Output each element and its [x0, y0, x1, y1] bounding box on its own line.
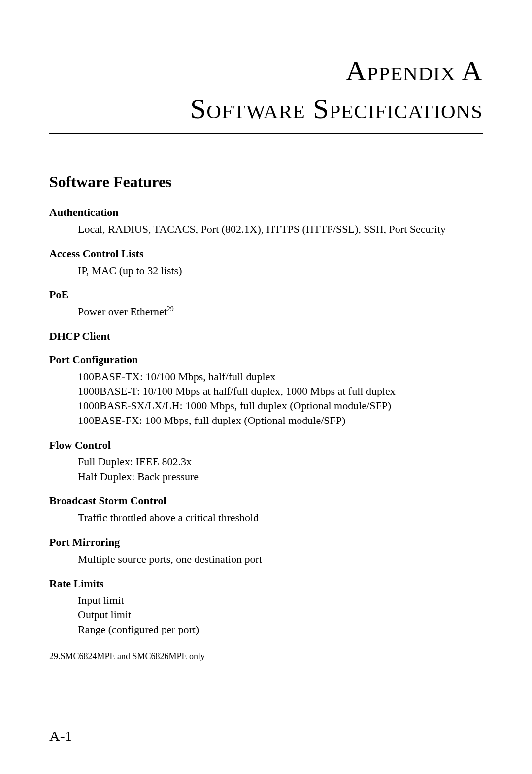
feature-heading: Access Control Lists	[49, 247, 483, 260]
footnote-ref: 29	[167, 305, 174, 313]
appendix-label: Appendix A	[49, 54, 483, 87]
feature-heading: Rate Limits	[49, 577, 483, 590]
footnote-text-content: SMC6824MPE and SMC6826MPE only	[61, 651, 205, 661]
feature-body: Power over Ethernet29	[78, 304, 483, 319]
feature-body: Traffic throttled above a critical thres…	[78, 510, 483, 525]
feature-broadcast: Broadcast Storm Control Traffic throttle…	[49, 494, 483, 525]
feature-body-line: Half Duplex: Back pressure	[78, 469, 483, 484]
feature-body-line: 1000BASE-T: 10/100 Mbps at half/full dup…	[78, 384, 483, 399]
feature-body-line: Input limit	[78, 593, 483, 608]
chapter-title: Software Specifications	[49, 92, 483, 134]
footnote: 29.SMC6824MPE and SMC6826MPE only	[49, 651, 483, 662]
footnote-number: 29.	[49, 651, 61, 661]
section-heading: Software Features	[49, 173, 483, 191]
feature-body: Multiple source ports, one destination p…	[78, 552, 483, 566]
feature-body-line: 100BASE-FX: 100 Mbps, full duplex (Optio…	[78, 413, 483, 428]
feature-body: Local, RADIUS, TACACS, Port (802.1X), HT…	[78, 222, 483, 237]
feature-heading: PoE	[49, 288, 483, 301]
feature-body: Input limit Output limit Range (configur…	[78, 593, 483, 637]
feature-heading: Port Configuration	[49, 353, 483, 366]
feature-ratelimits: Rate Limits Input limit Output limit Ran…	[49, 577, 483, 637]
feature-body: 100BASE-TX: 10/100 Mbps, half/full duple…	[78, 369, 483, 428]
feature-mirroring: Port Mirroring Multiple source ports, on…	[49, 536, 483, 566]
feature-body-line: Full Duplex: IEEE 802.3x	[78, 455, 483, 469]
feature-body-text: Power over Ethernet	[78, 305, 167, 317]
feature-poe: PoE Power over Ethernet29	[49, 288, 483, 319]
feature-body: Full Duplex: IEEE 802.3x Half Duplex: Ba…	[78, 455, 483, 484]
feature-portconfig: Port Configuration 100BASE-TX: 10/100 Mb…	[49, 353, 483, 428]
feature-heading: Authentication	[49, 206, 483, 219]
feature-body: IP, MAC (up to 32 lists)	[78, 263, 483, 278]
feature-heading: Port Mirroring	[49, 536, 483, 549]
feature-heading: Broadcast Storm Control	[49, 494, 483, 507]
feature-body-line: 100BASE-TX: 10/100 Mbps, half/full duple…	[78, 369, 483, 384]
feature-dhcp: DHCP Client	[49, 330, 483, 343]
feature-flowcontrol: Flow Control Full Duplex: IEEE 802.3x Ha…	[49, 439, 483, 484]
feature-body-line: Output limit	[78, 607, 483, 622]
feature-body-line: 1000BASE-SX/LX/LH: 1000 Mbps, full duple…	[78, 398, 483, 413]
page-number: A-1	[49, 728, 72, 744]
footnote-separator	[49, 648, 217, 648]
feature-heading: Flow Control	[49, 439, 483, 452]
feature-authentication: Authentication Local, RADIUS, TACACS, Po…	[49, 206, 483, 237]
feature-acl: Access Control Lists IP, MAC (up to 32 l…	[49, 247, 483, 278]
feature-heading: DHCP Client	[49, 330, 483, 343]
feature-body-line: Range (configured per port)	[78, 622, 483, 637]
